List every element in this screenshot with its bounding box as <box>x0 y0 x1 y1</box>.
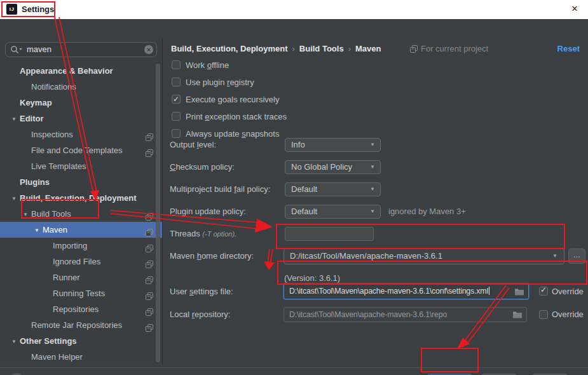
chevron-expanded-icon[interactable]: ▼ <box>11 111 20 127</box>
search-icon <box>10 45 24 55</box>
breadcrumb-build-tools[interactable]: Build Tools <box>299 44 344 53</box>
sidebar-item-plugins[interactable]: Plugins <box>0 174 162 190</box>
sidebar-item-running-tests[interactable]: Running Tests <box>0 285 162 301</box>
checkbox-row-execute-goals-recursively[interactable]: ✓Execute goals recursively <box>172 94 279 106</box>
checkbox-unchecked[interactable] <box>172 60 181 69</box>
per-project-icon <box>146 273 153 281</box>
breadcrumb-separator: › <box>344 44 355 53</box>
combobox-value: No Global Policy <box>291 161 352 174</box>
combobox-checksum-policy-[interactable]: No Global Policy▼ <box>285 160 381 174</box>
chevron-down-icon[interactable]: ▼ <box>370 161 375 174</box>
chevron-expanded-icon[interactable]: ▼ <box>34 222 43 238</box>
sidebar-item-label: Runner <box>53 273 80 282</box>
checkbox-checked[interactable]: ✓ <box>172 95 181 104</box>
breadcrumb-maven[interactable]: Maven <box>355 44 381 53</box>
maven-settings-panel: Build, Execution, Deployment›Build Tools… <box>163 38 588 367</box>
checkbox-checked[interactable]: ✓ <box>539 287 548 296</box>
sidebar-item-remote-jar-repositories[interactable]: Remote Jar Repositories <box>0 317 162 333</box>
sidebar-item-label: Repositories <box>53 304 99 314</box>
sidebar-item-editor[interactable]: ▼Editor <box>0 111 162 126</box>
folder-browse-icon[interactable] <box>512 310 523 318</box>
sidebar-item-label: Plugins <box>20 177 50 187</box>
sidebar-item-label: Running Tests <box>53 289 105 298</box>
sidebar-scrollbar[interactable] <box>156 64 160 362</box>
chevron-down-icon[interactable]: ▼ <box>370 139 375 151</box>
per-project-icon <box>146 130 153 138</box>
select-label: Checksum policy: <box>170 160 235 174</box>
close-icon[interactable]: × <box>568 0 582 18</box>
checkmark-icon: ✓ <box>540 285 547 294</box>
per-project-icon <box>146 242 153 249</box>
per-project-icon <box>410 44 418 52</box>
sidebar-item-label: File and Code Templates <box>31 146 123 155</box>
sidebar-item-ignored-files[interactable]: Ignored Files <box>0 254 162 269</box>
checkbox-unchecked[interactable] <box>172 112 181 121</box>
sidebar-item-label: Maven <box>43 225 67 235</box>
sidebar-item-keymap[interactable]: Keymap <box>0 95 162 111</box>
checkbox-unchecked[interactable] <box>539 310 548 319</box>
per-project-icon <box>146 257 153 265</box>
settings-sidebar: maven × Appearance & BehaviorNotificatio… <box>0 38 163 364</box>
user-settings-value: D:\itcast\Tool\Maven\apache-maven-3.6.1\… <box>289 287 488 296</box>
chevron-expanded-icon[interactable]: ▼ <box>11 334 20 350</box>
sidebar-item-file-and-code-templates[interactable]: File and Code Templates <box>0 142 162 158</box>
chevron-down-icon[interactable]: ▼ <box>552 249 557 264</box>
maven-home-combobox[interactable]: D:/itcast/Tool/Maven/apache-maven-3.6.1 … <box>284 248 564 264</box>
select-label: Plugin update policy: <box>170 205 246 219</box>
checkbox-row-use-plugin-registry[interactable]: Use plugin registry <box>172 77 254 88</box>
settings-tree: Appearance & BehaviorNotificationsKeymap… <box>0 63 162 364</box>
checkbox-label: Work offline <box>186 60 229 70</box>
per-project-icon <box>146 289 153 297</box>
checkbox-row-print-exception-stack-traces[interactable]: Print exception stack traces <box>172 111 287 123</box>
clear-search-icon[interactable]: × <box>144 45 153 54</box>
maven-version-label: (Version: 3.6.1) <box>284 273 340 283</box>
chevron-expanded-icon[interactable]: ▼ <box>11 191 20 207</box>
browse-more-button[interactable]: ... <box>568 249 585 264</box>
combobox-value: Info <box>291 139 305 151</box>
threads-row: Threads (-T option). <box>163 227 588 241</box>
checkbox-unchecked[interactable] <box>172 78 181 86</box>
combobox-multiproject-build-fail-policy-[interactable]: Default▼ <box>285 182 381 196</box>
checkmark-icon: ✓ <box>173 93 179 105</box>
sidebar-item-repositories[interactable]: Repositories <box>0 301 162 317</box>
chevron-down-icon[interactable]: ▼ <box>370 205 375 218</box>
breadcrumb-root[interactable]: Build, Execution, Deployment <box>171 44 287 53</box>
user-settings-input[interactable]: D:\itcast\Tool\Maven\apache-maven-3.6.1\… <box>284 283 529 299</box>
sidebar-item-live-templates[interactable]: Live Templates <box>0 158 162 174</box>
maven-home-value: D:/itcast/Tool/Maven/apache-maven-3.6.1 <box>290 249 442 264</box>
sidebar-item-build-tools[interactable]: ▼Build Tools <box>0 206 162 222</box>
sidebar-item-label: Inspections <box>31 130 73 139</box>
chevron-expanded-icon[interactable]: ▼ <box>23 207 31 222</box>
sidebar-item-runner[interactable]: Runner <box>0 269 162 285</box>
sidebar-item-build-execution-deployment[interactable]: ▼Build, Execution, Deployment <box>0 190 162 206</box>
checkbox-label: Always update snapshots <box>186 129 279 139</box>
select-row: Plugin update policy:Default▼ignored by … <box>163 205 588 219</box>
select-row: Output level:Info▼ <box>163 138 588 152</box>
sidebar-item-other-settings[interactable]: ▼Other Settings <box>0 333 162 349</box>
dialog-footer: ? OK Cancel Apply <box>0 367 588 375</box>
sidebar-item-label: Keymap <box>20 98 52 107</box>
sidebar-item-label: Maven Helper <box>31 352 83 362</box>
reset-link[interactable]: Reset <box>557 43 580 55</box>
checkbox-label: Use plugin registry <box>186 78 254 87</box>
sidebar-item-inspections[interactable]: Inspections <box>0 126 162 142</box>
sidebar-item-label: Appearance & Behavior <box>20 66 113 76</box>
sidebar-item-label: Importing <box>53 241 87 250</box>
threads-input[interactable] <box>285 227 374 241</box>
select-note: ignored by Maven 3+ <box>388 205 466 219</box>
combobox-plugin-update-policy-[interactable]: Default▼ <box>285 205 381 219</box>
sidebar-item-appearance-behavior[interactable]: Appearance & Behavior <box>0 63 162 79</box>
checkbox-unchecked[interactable] <box>172 129 181 138</box>
combobox-output-level-[interactable]: Info▼ <box>285 138 381 152</box>
sidebar-item-maven-helper[interactable]: Maven Helper <box>0 349 162 364</box>
search-input[interactable]: maven × <box>5 42 157 57</box>
local-repo-input[interactable]: D:\itcast\Tool\Maven\apache-maven-3.6.1\… <box>284 307 527 322</box>
local-repo-row: Local repository: D:\itcast\Tool\Maven\a… <box>163 307 588 322</box>
folder-browse-icon[interactable] <box>514 287 524 296</box>
per-project-icon <box>146 305 153 313</box>
checkbox-row-work-offline[interactable]: Work offline <box>172 60 229 71</box>
chevron-down-icon[interactable]: ▼ <box>370 183 375 196</box>
sidebar-item-importing[interactable]: Importing <box>0 238 162 254</box>
sidebar-item-notifications[interactable]: Notifications <box>0 79 162 95</box>
sidebar-item-maven[interactable]: ▼Maven <box>0 222 162 238</box>
